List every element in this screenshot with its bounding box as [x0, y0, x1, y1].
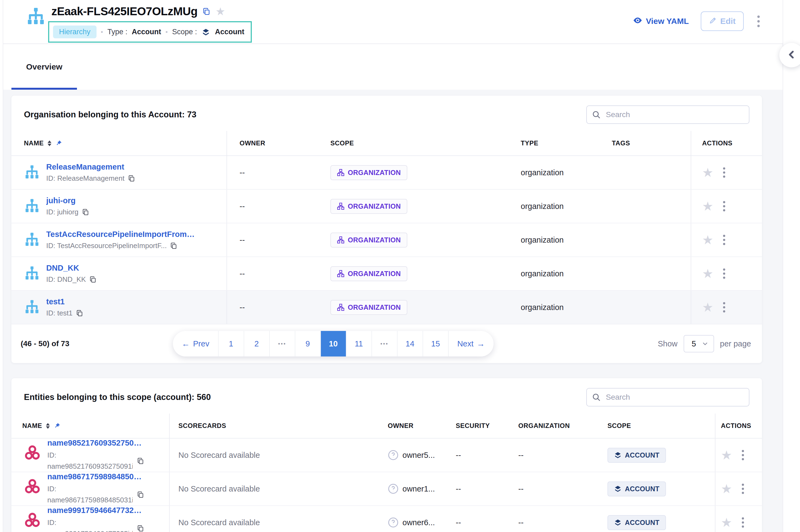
- organisations-search-input[interactable]: [586, 106, 749, 124]
- copy-id-icon[interactable]: [137, 524, 144, 531]
- row-kebab-menu[interactable]: [722, 166, 727, 179]
- org-chart-icon: [337, 203, 345, 210]
- entities-search-input[interactable]: [586, 388, 749, 406]
- star-icon[interactable]: ★: [721, 449, 732, 461]
- layers-icon: [202, 28, 210, 36]
- copy-id-icon[interactable]: [89, 276, 96, 283]
- org-name-link[interactable]: ReleaseManagement: [46, 163, 135, 171]
- scope-badge: ACCOUNT: [607, 448, 666, 463]
- scope-badge: ORGANIZATION: [330, 232, 407, 248]
- column-header-owner[interactable]: OWNER: [384, 414, 453, 438]
- table-row: juhi-org ID: juhiorg -- ORGANIZATION org…: [12, 190, 762, 223]
- tags-cell: [601, 190, 691, 223]
- active-tab-underline: [12, 88, 77, 90]
- entity-name-link[interactable]: name98671759898485031idp_...: [47, 472, 145, 481]
- prev-page-button[interactable]: ← Prev: [173, 331, 218, 357]
- type-value: organization: [510, 156, 601, 189]
- star-icon[interactable]: ★: [702, 267, 713, 280]
- copy-id-icon[interactable]: [137, 490, 144, 498]
- pin-icon[interactable]: [55, 140, 62, 147]
- column-header-scope[interactable]: SCOPE: [320, 131, 510, 155]
- column-header-name[interactable]: NAME: [12, 414, 170, 438]
- sort-icon[interactable]: [48, 140, 51, 146]
- row-kebab-menu[interactable]: [740, 482, 746, 496]
- row-kebab-menu[interactable]: [740, 516, 746, 529]
- search-icon: [592, 393, 601, 402]
- entity-name-link[interactable]: name98521760935275091idp_...: [47, 439, 145, 448]
- question-icon: [388, 483, 399, 494]
- header-kebab-menu[interactable]: [756, 14, 761, 29]
- per-page-label: per page: [720, 339, 751, 348]
- column-header-owner[interactable]: OWNER: [227, 131, 320, 155]
- scope-badge: ACCOUNT: [607, 481, 666, 496]
- edit-label: Edit: [720, 17, 736, 26]
- favorite-star-icon[interactable]: ★: [215, 6, 225, 17]
- owner-value: owner5...: [402, 451, 435, 460]
- star-icon[interactable]: ★: [721, 482, 732, 495]
- page-button-10-active[interactable]: 10: [320, 331, 346, 357]
- org-name-link[interactable]: TestAccResourcePipelineImportFromGit_oN.…: [46, 230, 199, 239]
- scorecards-value: No Scorecard available: [170, 506, 384, 532]
- star-icon[interactable]: ★: [702, 234, 713, 246]
- type-value: Account: [132, 28, 161, 36]
- table-row: name98521760935275091idp_... ID: name985…: [12, 439, 762, 472]
- security-value: --: [453, 506, 515, 532]
- copy-id-icon[interactable]: [170, 242, 177, 249]
- org-name-link[interactable]: test1: [46, 297, 83, 306]
- copy-id-icon[interactable]: [128, 175, 135, 182]
- view-yaml-button[interactable]: View YAML: [633, 16, 689, 27]
- row-kebab-menu[interactable]: [740, 448, 746, 462]
- pagination-range-text: (46 - 50) of 73: [21, 339, 173, 348]
- table-row: name9991759466477325idp_ui... ID: name99…: [12, 506, 762, 532]
- page-button-2[interactable]: 2: [244, 331, 269, 357]
- copy-id-icon[interactable]: [137, 457, 144, 464]
- type-value: organization: [510, 257, 601, 290]
- star-icon[interactable]: ★: [721, 516, 732, 529]
- page-button-1[interactable]: 1: [218, 331, 244, 357]
- eye-icon: [633, 16, 642, 27]
- organization-icon: [24, 198, 40, 214]
- column-header-tags[interactable]: TAGS: [601, 131, 691, 155]
- page-size-select[interactable]: 5: [684, 335, 714, 353]
- pin-icon[interactable]: [54, 422, 61, 429]
- column-header-scorecards[interactable]: SCORECARDS: [170, 414, 384, 438]
- entity-name-link[interactable]: name9991759466477325idp_ui...: [47, 506, 145, 515]
- owner-value: --: [227, 291, 320, 324]
- tab-overview[interactable]: Overview: [12, 44, 77, 90]
- column-header-name[interactable]: NAME: [12, 131, 227, 155]
- copy-id-icon[interactable]: [76, 309, 83, 317]
- edit-button[interactable]: Edit: [701, 12, 744, 31]
- owner-value: --: [227, 223, 320, 256]
- row-kebab-menu[interactable]: [722, 233, 727, 247]
- row-kebab-menu[interactable]: [722, 301, 727, 314]
- hierarchy-meta-box: Hierarchy • Type : Account • Scope : Acc…: [48, 21, 252, 43]
- org-name-link[interactable]: juhi-org: [46, 196, 89, 205]
- star-icon[interactable]: ★: [702, 166, 713, 179]
- row-kebab-menu[interactable]: [722, 267, 727, 280]
- entity-id-label: ID:: [47, 518, 56, 527]
- column-header-security[interactable]: SECURITY: [453, 414, 515, 438]
- page-button-14[interactable]: 14: [397, 331, 422, 357]
- sort-icon[interactable]: [46, 423, 50, 429]
- column-header-type[interactable]: TYPE: [510, 131, 601, 155]
- organization-value: --: [515, 506, 603, 532]
- star-icon[interactable]: ★: [702, 200, 713, 212]
- next-page-button[interactable]: Next →: [448, 331, 494, 357]
- copy-title-icon[interactable]: [202, 7, 211, 16]
- row-kebab-menu[interactable]: [722, 200, 727, 213]
- type-label: Type :: [107, 28, 128, 36]
- star-icon[interactable]: ★: [702, 301, 713, 314]
- column-header-scope[interactable]: SCOPE: [603, 414, 715, 438]
- pencil-icon: [709, 16, 717, 26]
- entity-component-icon: [24, 512, 41, 529]
- entity-component-icon: [24, 478, 41, 495]
- entities-search: [586, 388, 749, 406]
- table-row: name98671759898485031idp_... ID: name986…: [12, 472, 762, 506]
- page-button-15[interactable]: 15: [422, 331, 448, 357]
- page-button-11[interactable]: 11: [346, 331, 371, 357]
- org-name-link[interactable]: DND_KK: [46, 264, 96, 272]
- page-button-9[interactable]: 9: [295, 331, 320, 357]
- column-header-organization[interactable]: ORGANIZATION: [515, 414, 603, 438]
- copy-id-icon[interactable]: [82, 208, 89, 216]
- content-area: Organisation belonging to this Account: …: [3, 90, 783, 532]
